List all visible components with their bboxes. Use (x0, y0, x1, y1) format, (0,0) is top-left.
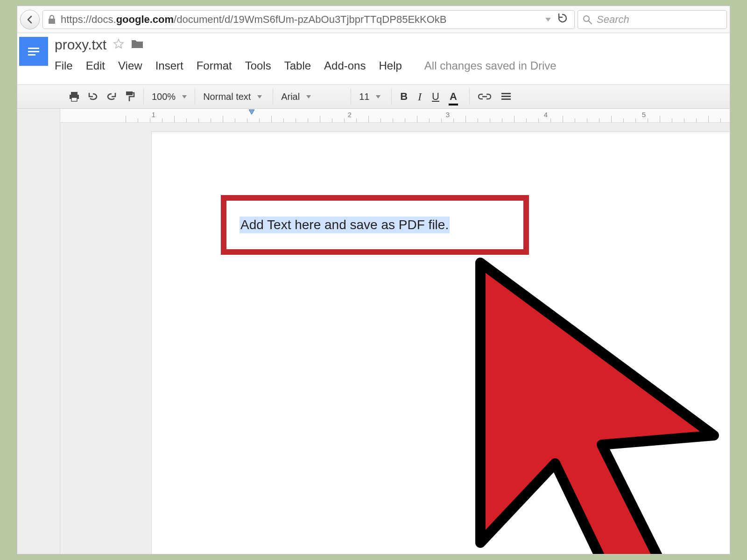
ruler-tick (368, 116, 369, 122)
dropdown-icon[interactable] (545, 18, 551, 21)
ruler-tick (126, 116, 126, 122)
ruler-tick (623, 119, 624, 122)
browser-toolbar: https://docs.google.com/document/d/19WmS… (17, 6, 730, 33)
star-icon[interactable] (113, 38, 124, 51)
undo-button[interactable] (87, 92, 99, 101)
ruler-tick (393, 119, 393, 122)
svg-rect-6 (71, 92, 78, 95)
font-family-dropdown[interactable]: Arial (277, 91, 347, 103)
ruler-tick (453, 119, 454, 122)
ruler-number: 3 (446, 111, 450, 119)
canvas-row: Add Text here and save as PDF file. I (17, 123, 730, 554)
document-body-text[interactable]: Add Text here and save as PDF file. (240, 217, 450, 233)
svg-rect-3 (28, 48, 39, 49)
font-size-dropdown[interactable]: 11 (355, 91, 388, 103)
zoom-value: 100% (152, 91, 176, 102)
insert-link-button[interactable] (478, 93, 491, 100)
font-size-value: 11 (359, 91, 369, 102)
ruler-tick (405, 119, 405, 122)
browser-window: https://docs.google.com/document/d/19WmS… (17, 6, 730, 554)
folder-icon[interactable] (131, 38, 144, 51)
ruler-tick (417, 116, 417, 122)
ruler-tick (648, 119, 648, 122)
ruler-tick (320, 116, 320, 122)
ruler-tick (381, 119, 381, 122)
search-box[interactable]: Search (578, 10, 727, 29)
reload-button[interactable] (556, 13, 570, 26)
svg-rect-10 (501, 93, 511, 94)
print-button[interactable] (69, 91, 80, 102)
paint-format-button[interactable] (125, 91, 135, 103)
back-button[interactable] (20, 10, 40, 29)
bold-button[interactable]: B (400, 91, 408, 103)
font-family-value: Arial (281, 91, 300, 102)
menu-file[interactable]: File (55, 59, 73, 72)
ruler-number: 2 (348, 111, 352, 119)
ruler-tick (283, 119, 284, 122)
save-status: All changes saved in Drive (424, 59, 557, 72)
ruler-tick (660, 116, 660, 122)
menu-format[interactable]: Format (197, 59, 232, 72)
docs-logo[interactable] (19, 37, 48, 66)
address-bar[interactable]: https://docs.google.com/document/d/19WmS… (42, 10, 575, 29)
zoom-dropdown[interactable]: 100% (148, 91, 191, 103)
ruler-tick (514, 116, 514, 122)
underline-button[interactable]: U (432, 91, 439, 103)
paragraph-style-dropdown[interactable]: Normal text (199, 91, 269, 103)
menu-insert[interactable]: Insert (155, 59, 183, 72)
ruler-tick (441, 119, 442, 122)
search-icon (583, 15, 592, 24)
chevron-down-icon (182, 95, 187, 98)
ruler-tick (429, 119, 430, 122)
ruler-tick (223, 116, 223, 122)
menu-edit[interactable]: Edit (86, 59, 105, 72)
ruler-tick (138, 119, 138, 122)
ruler-tick (672, 119, 672, 122)
ruler-tick (186, 119, 187, 122)
chevron-down-icon (376, 95, 381, 98)
svg-rect-0 (49, 19, 55, 24)
ruler-tick (490, 119, 490, 122)
ruler-number: 4 (544, 111, 548, 119)
ruler-tick (708, 116, 709, 122)
callout-box: Add Text here and save as PDF file. (221, 195, 529, 255)
ruler-tick (502, 119, 502, 122)
menu-table[interactable]: Table (284, 59, 311, 72)
align-button[interactable] (500, 92, 512, 101)
document-title[interactable]: proxy.txt (55, 37, 106, 53)
menu-addons[interactable]: Add-ons (324, 59, 366, 72)
svg-rect-11 (501, 96, 511, 97)
document-canvas[interactable]: Add Text here and save as PDF file. I (60, 123, 730, 554)
indent-marker[interactable] (248, 109, 254, 115)
paragraph-style-value: Normal text (203, 91, 251, 102)
redo-button[interactable] (106, 92, 117, 101)
menu-tools[interactable]: Tools (245, 59, 271, 72)
ruler-tick (720, 119, 721, 122)
ruler-number: 5 (642, 111, 646, 119)
ruler-tick (235, 119, 235, 122)
ruler-tick (575, 119, 575, 122)
svg-rect-8 (71, 98, 77, 101)
menu-view[interactable]: View (118, 59, 142, 72)
canvas-gutter (17, 123, 60, 554)
ruler-tick (599, 119, 599, 122)
horizontal-ruler[interactable]: 1 2 3 4 5 (60, 109, 730, 123)
svg-line-2 (589, 21, 592, 24)
ruler-tick (296, 119, 296, 122)
ruler-gutter (17, 109, 60, 123)
ruler-tick (563, 116, 563, 122)
ruler-tick (174, 116, 175, 122)
ruler-tick (526, 119, 527, 122)
ruler-tick (271, 116, 272, 122)
menu-help[interactable]: Help (379, 59, 402, 72)
ruler-tick (611, 116, 612, 122)
ruler-tick (211, 119, 211, 122)
menu-bar: File Edit View Insert Format Tools Table… (53, 53, 730, 72)
text-color-button[interactable]: A (450, 91, 461, 103)
docs-logo-icon (25, 43, 42, 60)
docs-header: proxy.txt File Edit View Insert Format T… (17, 33, 730, 84)
italic-button[interactable]: I (418, 91, 422, 103)
ruler-tick (635, 119, 636, 122)
ruler-tick (478, 119, 478, 122)
ruler-tick (684, 119, 684, 122)
